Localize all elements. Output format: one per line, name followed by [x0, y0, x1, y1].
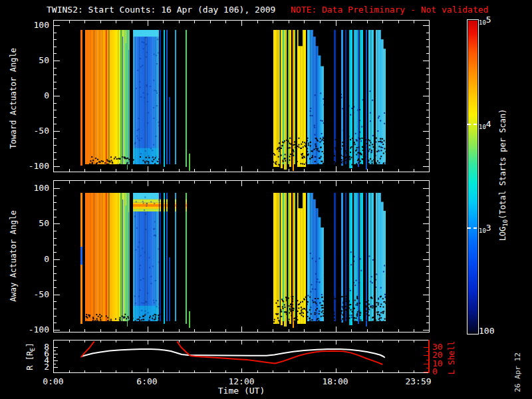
ytick-label-away: 50	[39, 218, 49, 228]
twins2-start-counts-plot: TWINS2: Start Counts: 16 Apr (day 106), …	[0, 0, 532, 399]
ytick-label-toward: -100	[29, 161, 49, 171]
ytick-label-away: 0	[44, 254, 49, 264]
xtick-label: 23:59	[405, 376, 431, 386]
datestamp: 26 Apr 12	[513, 352, 522, 392]
colorbar-title: LOG10(Total Starts per Scan)	[498, 109, 509, 241]
x-axis-title: Time (UT)	[218, 386, 265, 396]
y-axis-title-radius: R [RE]	[25, 342, 36, 370]
colorbar-tick-label: 103	[479, 222, 491, 234]
colorbar	[467, 19, 479, 334]
xtick-label: 18:00	[322, 376, 348, 386]
colorbar-gradient	[468, 21, 477, 333]
ytick-label-away: -50	[34, 289, 49, 299]
ytick-label-toward: 100	[34, 20, 49, 30]
ytick-label-away: 100	[34, 183, 49, 193]
y-axis-title-away: Away Actuator Angle	[9, 210, 18, 301]
xtick-label: 12:00	[228, 376, 254, 386]
y-axis-title-lshell: L Shell	[447, 341, 456, 375]
ytick-label-toward: 0	[44, 90, 49, 100]
y-axis-title-toward: Toward Actuator Angle	[9, 48, 18, 149]
ytick-label-lshell: 0	[432, 366, 438, 376]
colorbar-tick-mark	[473, 227, 477, 229]
xtick-label: 6:00	[136, 376, 157, 386]
toward-actuator-spectrogram	[53, 20, 430, 172]
r-lshell-line-panel	[53, 340, 430, 373]
colorbar-tick-label: 105	[479, 14, 491, 26]
page-title: TWINS2: Start Counts: 16 Apr (day 106), …	[47, 5, 275, 15]
ytick-label-away: -100	[29, 325, 49, 334]
ytick-label-toward: 50	[39, 55, 49, 65]
preliminary-note: NOTE: Data Preliminary - Not validated	[291, 5, 488, 15]
ytick-label-radius: 2	[44, 362, 49, 372]
ytick-label-toward: -50	[34, 126, 49, 136]
xtick-label: 0:00	[43, 376, 63, 386]
colorbar-tick-label: 104	[479, 118, 491, 130]
colorbar-tick-mark	[467, 124, 471, 125]
colorbar-tick-mark	[467, 227, 471, 229]
colorbar-tick-mark	[473, 124, 477, 125]
away-actuator-spectrogram	[53, 180, 430, 332]
colorbar-bottom-tick-label: 100	[479, 326, 494, 336]
